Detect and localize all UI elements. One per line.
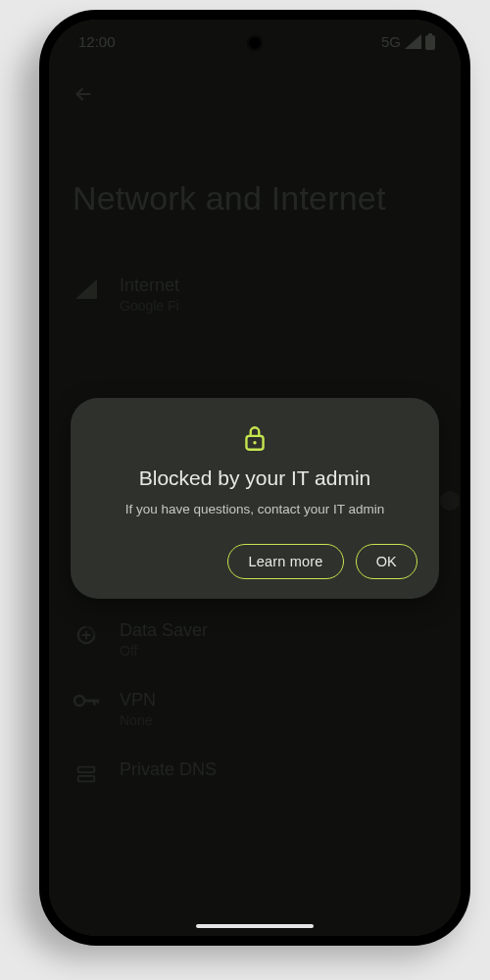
phone-frame: 12:00 5G Ne (39, 10, 470, 946)
screen: 12:00 5G Ne (49, 20, 461, 936)
blocked-by-admin-dialog: Blocked by your IT admin If you have que… (71, 398, 439, 599)
lock-icon (242, 423, 268, 453)
dialog-body: If you have questions, contact your IT a… (125, 502, 385, 516)
dialog-title: Blocked by your IT admin (139, 466, 371, 490)
gesture-nav-handle[interactable] (196, 924, 314, 928)
camera-punch-hole (247, 35, 263, 51)
learn-more-button[interactable]: Learn more (227, 544, 343, 579)
ok-button[interactable]: OK (356, 544, 417, 579)
svg-point-11 (253, 441, 256, 444)
